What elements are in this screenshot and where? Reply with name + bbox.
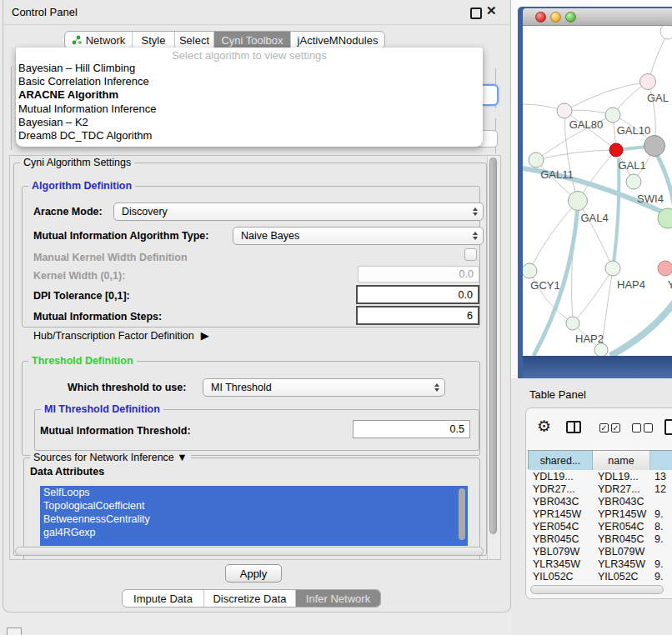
settings-vertical-scrollbar-thumb[interactable] (489, 158, 497, 534)
expanded-arrow-icon[interactable]: ▼ (177, 452, 187, 463)
network-node-hap4[interactable] (605, 261, 620, 276)
table-cell: YBL079W (533, 546, 579, 558)
mi-steps-label: Mutual Information Steps: (33, 311, 162, 322)
mi-steps-field[interactable]: 6 (356, 306, 479, 325)
hub-tf-definition-toggle[interactable]: Hub/Transcription Factor Definition ▶ (33, 329, 209, 342)
table-horizontal-scrollbar-thumb[interactable] (530, 585, 664, 594)
minimize-traffic-light-icon[interactable] (550, 12, 561, 22)
tab-label: Impute Data (133, 592, 193, 605)
tab-label: Network (86, 34, 126, 47)
tab-infer-network[interactable]: Infer Network (296, 590, 380, 607)
aracne-mode-label: Aracne Mode: (33, 206, 103, 218)
unchecked-checkbox-icon (644, 423, 653, 432)
network-window-titlebar[interactable] (523, 8, 672, 26)
float-window-icon[interactable] (470, 8, 482, 19)
algorithm-option[interactable]: ARACNE Algorithm (16, 88, 483, 102)
algorithm-option[interactable]: Mutual Information Inference (16, 102, 483, 116)
network-edge (573, 268, 613, 323)
network-canvas[interactable]: GALGAL80GAL10GAL1GAL11SWI4GAL4GCY1HAP4YH… (523, 26, 672, 356)
network-node-gal80[interactable] (557, 103, 572, 118)
column-header-extra[interactable] (650, 451, 672, 470)
algorithm-option[interactable]: Dream8 DC_TDC Algorithm (16, 129, 483, 142)
kernel-width-label: Kernel Width (0,1): (33, 270, 125, 282)
table-row[interactable]: YLR345WYLR345W9. (528, 558, 672, 571)
mi-type-value: Naive Bayes (241, 230, 299, 242)
tab-discretize-data[interactable]: Discretize Data (204, 590, 296, 607)
network-node[interactable] (644, 136, 665, 157)
table-row[interactable]: YIL052CYIL052C9. (528, 571, 672, 583)
columns-icon[interactable] (566, 421, 581, 433)
tab-label: Infer Network (306, 592, 370, 605)
network-node-gal[interactable] (640, 74, 656, 90)
deselect-all-checkboxes-icon[interactable] (632, 423, 653, 432)
network-node-gal10[interactable] (605, 108, 620, 122)
data-attribute-item[interactable]: TopologicalCoefficient (40, 499, 468, 512)
close-icon[interactable]: ✕ (486, 3, 497, 18)
tab-jactivemnodules[interactable]: jActiveMNodules (291, 32, 384, 48)
table-row[interactable]: YBL079WYBL079W (528, 546, 672, 558)
mi-threshold-field[interactable]: 0.5 (353, 420, 470, 438)
network-node-gal11[interactable] (529, 152, 544, 168)
settings-vertical-scrollbar[interactable] (487, 156, 501, 559)
tab-cyni-toolbox[interactable]: Cyni Toolbox (214, 32, 291, 48)
network-node[interactable] (594, 343, 608, 356)
table-cell: YLR345W (533, 558, 580, 570)
manual-kernel-checkbox[interactable] (464, 248, 477, 261)
mi-type-combobox[interactable]: Naive Bayes (233, 227, 484, 245)
collapsed-panel-button[interactable] (7, 628, 22, 635)
algorithm-option[interactable]: Basic Correlation Inference (16, 75, 483, 88)
gear-icon[interactable]: ⚙ (537, 418, 551, 434)
table-cell: YLR345W (598, 558, 645, 570)
list-scrollbar-thumb[interactable] (459, 488, 465, 540)
settings-horizontal-scrollbar-thumb[interactable] (15, 547, 484, 556)
aracne-mode-combobox[interactable]: Discovery (113, 202, 484, 221)
manual-kernel-label: Manual Kernel Width Definition (33, 252, 188, 263)
algorithm-option[interactable]: Bayesian – Hill Climbing (16, 62, 483, 75)
control-panel-tabbar: NetworkStyleSelectCyni ToolboxjActiveMNo… (64, 31, 385, 49)
zoom-traffic-light-icon[interactable] (565, 12, 576, 22)
control-panel-title: Control Panel (12, 6, 78, 18)
network-node-swi4[interactable] (626, 174, 641, 189)
tab-impute-data[interactable]: Impute Data (123, 590, 204, 607)
algorithm-option[interactable]: Bayesian – K2 (16, 116, 483, 129)
data-attribute-item[interactable]: BetweennessCentrality (40, 512, 468, 526)
table-row[interactable]: YDL19...YDL19...13 (528, 471, 672, 483)
network-node-gcy1[interactable] (523, 263, 537, 278)
dpi-tolerance-field[interactable]: 0.0 (356, 285, 479, 304)
tab-style[interactable]: Style (133, 32, 175, 48)
tab-network[interactable]: Network (65, 32, 133, 48)
data-attributes-label: Data Attributes (30, 466, 104, 478)
tab-select[interactable]: Select (175, 32, 214, 48)
network-node-label: GAL (647, 92, 669, 104)
data-attribute-item[interactable]: gal4RGexp (40, 526, 468, 539)
table-row[interactable]: YBR043CYBR043C (528, 496, 672, 508)
which-threshold-combobox[interactable]: MI Threshold (203, 378, 445, 397)
network-node-label: HAP2 (575, 332, 604, 345)
network-graph: GALGAL80GAL10GAL1GAL11SWI4GAL4GCY1HAP4YH… (523, 26, 672, 356)
kernel-width-field[interactable]: 0.0 (358, 266, 479, 282)
table-row[interactable]: YDR27...YDR27...12 (528, 483, 672, 496)
table-row[interactable]: YBR045CYBR045C9. (528, 533, 672, 546)
table-body: YDL19...YDL19...13YDR27...YDR27...12YBR0… (528, 471, 672, 583)
network-node[interactable] (660, 26, 672, 39)
network-node-y[interactable] (658, 261, 672, 276)
table-cell: 13 (654, 471, 666, 482)
close-traffic-light-icon[interactable] (535, 12, 546, 22)
column-header-name[interactable]: name (593, 451, 650, 470)
bottom-tabbar: Impute DataDiscretize DataInfer Network (122, 589, 381, 608)
tab-label: Select (179, 34, 209, 47)
unchecked-checkbox-icon (632, 423, 641, 432)
document-icon[interactable] (664, 419, 672, 435)
table-cell: YBR045C (533, 533, 579, 545)
network-node-hap2[interactable] (566, 317, 579, 330)
network-node-gal1[interactable] (609, 143, 623, 157)
apply-button[interactable]: Apply (225, 564, 282, 582)
select-all-checkboxes-icon[interactable]: ✓ ✓ (599, 423, 620, 432)
data-attributes-list[interactable]: SelfLoopsTopologicalCoefficientBetweenne… (40, 486, 468, 546)
column-header-shared[interactable]: shared... (529, 451, 593, 470)
network-node-gal4[interactable] (569, 192, 588, 211)
table-row[interactable]: YPR145WYPR145W9. (528, 508, 672, 521)
table-cell: YIL052C (598, 571, 639, 582)
data-attribute-item[interactable]: SelfLoops (40, 486, 468, 499)
table-row[interactable]: YER054CYER054C8. (528, 521, 672, 533)
